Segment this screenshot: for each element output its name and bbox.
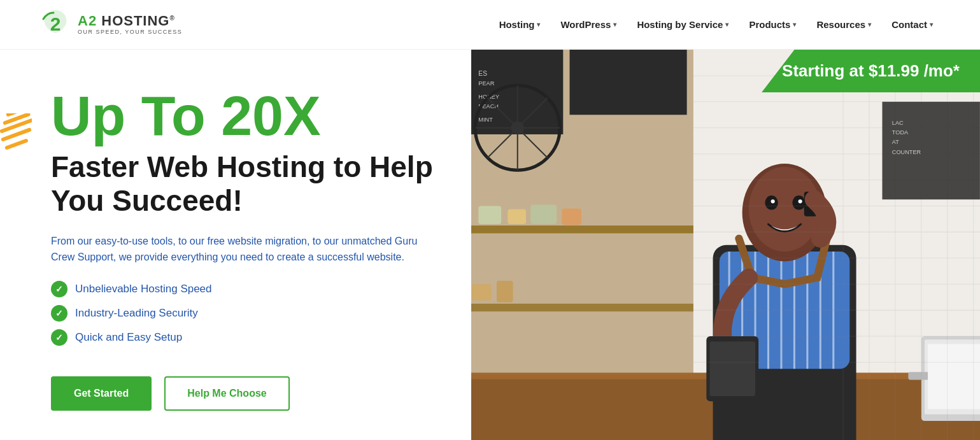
- chevron-down-icon: ▾: [537, 21, 540, 28]
- svg-text:MINT: MINT: [478, 117, 493, 123]
- svg-text:PEAR: PEAR: [478, 80, 494, 87]
- checkmark-icon: [51, 305, 67, 322]
- feature-list: Unbelievable Hosting Speed Industry-Lead…: [51, 281, 433, 353]
- svg-text:COUNTER: COUNTER: [892, 149, 921, 155]
- main-nav: Hosting ▾ WordPress ▾ Hosting by Service…: [490, 14, 942, 35]
- svg-rect-51: [709, 341, 755, 396]
- hero-right: ES PEAR HONEY PEACH MINT: [471, 50, 980, 440]
- checkmark-icon: [51, 329, 67, 346]
- checkmark-icon: [51, 281, 67, 297]
- chevron-down-icon: ▾: [725, 21, 728, 28]
- logo-brand: A2 HOSTING®: [78, 13, 182, 29]
- svg-rect-25: [497, 281, 513, 302]
- hero-headline: Up To 20X: [51, 88, 433, 144]
- feature-item-setup: Quick and Easy Setup: [51, 329, 433, 346]
- feature-item-speed: Unbelievable Hosting Speed: [51, 281, 433, 297]
- svg-rect-21: [508, 209, 526, 225]
- svg-text:2: 2: [50, 13, 61, 34]
- hero-buttons: Get Started Help Me Choose: [51, 376, 433, 411]
- nav-item-hosting[interactable]: Hosting ▾: [490, 14, 550, 35]
- svg-point-47: [771, 199, 775, 203]
- svg-rect-31: [928, 344, 980, 409]
- svg-text:ES: ES: [478, 70, 487, 77]
- hero-left: Up To 20X Faster Web Hosting to Help You…: [0, 50, 471, 440]
- svg-rect-18: [471, 225, 693, 233]
- a2-logo-icon: 2: [38, 8, 73, 42]
- svg-rect-19: [471, 304, 693, 311]
- header: 2 A2 HOSTING® OUR SPEED, YOUR SUCCESS Ho…: [0, 0, 980, 50]
- help-me-choose-button[interactable]: Help Me Choose: [164, 376, 289, 411]
- logo[interactable]: 2 A2 HOSTING® OUR SPEED, YOUR SUCCESS: [38, 8, 182, 42]
- svg-text:LAC: LAC: [892, 120, 904, 126]
- hero-subheadline: Faster Web Hosting to Help You Succeed!: [51, 150, 433, 218]
- nav-item-contact[interactable]: Contact ▾: [883, 14, 942, 35]
- chevron-down-icon: ▾: [868, 21, 871, 28]
- svg-point-48: [799, 199, 802, 203]
- decorative-stripes: [0, 113, 32, 241]
- svg-rect-6: [570, 50, 687, 115]
- chevron-down-icon: ▾: [930, 21, 933, 28]
- feature-item-security: Industry-Leading Security: [51, 305, 433, 322]
- price-badge: Starting at $11.99 /mo*: [762, 50, 980, 92]
- svg-rect-22: [530, 204, 557, 224]
- logo-text: A2 HOSTING® OUR SPEED, YOUR SUCCESS: [78, 13, 182, 35]
- svg-rect-20: [478, 206, 501, 224]
- nav-item-wordpress[interactable]: WordPress ▾: [551, 14, 625, 35]
- svg-text:TODA: TODA: [892, 129, 909, 136]
- svg-rect-24: [472, 284, 492, 301]
- hero-image: ES PEAR HONEY PEACH MINT: [471, 50, 980, 440]
- nav-item-resources[interactable]: Resources ▾: [807, 14, 880, 35]
- nav-item-hosting-by-service[interactable]: Hosting by Service ▾: [628, 14, 737, 35]
- nav-item-products[interactable]: Products ▾: [740, 14, 805, 35]
- svg-text:AT: AT: [892, 139, 899, 145]
- chevron-down-icon: ▾: [793, 21, 796, 28]
- hero-description: From our easy-to-use tools, to our free …: [51, 233, 420, 266]
- get-started-button[interactable]: Get Started: [51, 376, 152, 411]
- chevron-down-icon: ▾: [613, 21, 616, 28]
- svg-rect-23: [562, 209, 581, 225]
- hero-section: Up To 20X Faster Web Hosting to Help You…: [0, 50, 980, 440]
- logo-tagline: OUR SPEED, YOUR SUCCESS: [78, 29, 182, 36]
